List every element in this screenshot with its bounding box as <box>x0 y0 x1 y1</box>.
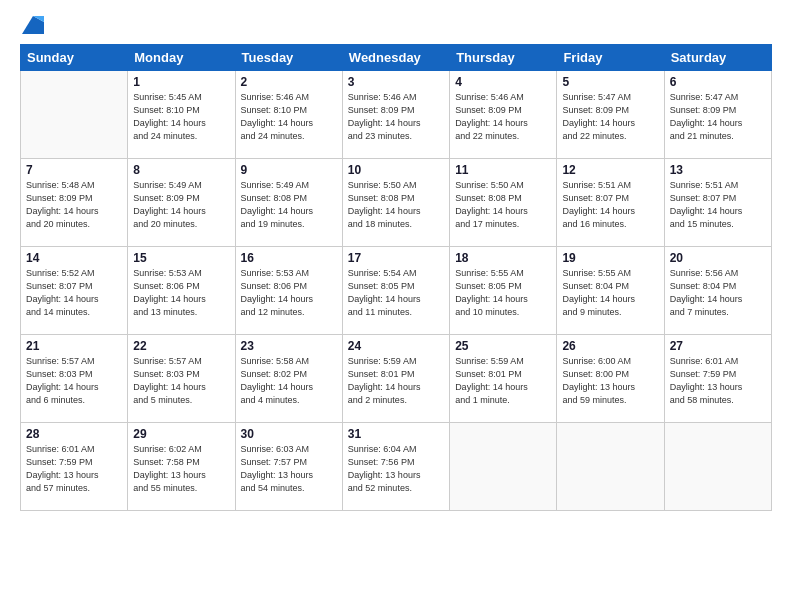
day-number: 26 <box>562 339 658 353</box>
calendar-cell: 3Sunrise: 5:46 AM Sunset: 8:09 PM Daylig… <box>342 71 449 159</box>
day-info: Sunrise: 5:51 AM Sunset: 8:07 PM Dayligh… <box>670 179 766 231</box>
day-info: Sunrise: 5:56 AM Sunset: 8:04 PM Dayligh… <box>670 267 766 319</box>
day-number: 23 <box>241 339 337 353</box>
calendar-cell: 31Sunrise: 6:04 AM Sunset: 7:56 PM Dayli… <box>342 423 449 511</box>
day-number: 4 <box>455 75 551 89</box>
calendar-cell: 5Sunrise: 5:47 AM Sunset: 8:09 PM Daylig… <box>557 71 664 159</box>
day-number: 12 <box>562 163 658 177</box>
calendar-cell: 30Sunrise: 6:03 AM Sunset: 7:57 PM Dayli… <box>235 423 342 511</box>
day-number: 17 <box>348 251 444 265</box>
calendar-cell: 13Sunrise: 5:51 AM Sunset: 8:07 PM Dayli… <box>664 159 771 247</box>
day-info: Sunrise: 6:01 AM Sunset: 7:59 PM Dayligh… <box>670 355 766 407</box>
day-info: Sunrise: 5:53 AM Sunset: 8:06 PM Dayligh… <box>133 267 229 319</box>
day-number: 14 <box>26 251 122 265</box>
day-info: Sunrise: 5:58 AM Sunset: 8:02 PM Dayligh… <box>241 355 337 407</box>
day-header-saturday: Saturday <box>664 45 771 71</box>
calendar-cell: 11Sunrise: 5:50 AM Sunset: 8:08 PM Dayli… <box>450 159 557 247</box>
day-info: Sunrise: 5:54 AM Sunset: 8:05 PM Dayligh… <box>348 267 444 319</box>
day-number: 13 <box>670 163 766 177</box>
calendar-page: SundayMondayTuesdayWednesdayThursdayFrid… <box>0 0 792 612</box>
calendar-week-2: 7Sunrise: 5:48 AM Sunset: 8:09 PM Daylig… <box>21 159 772 247</box>
calendar-week-3: 14Sunrise: 5:52 AM Sunset: 8:07 PM Dayli… <box>21 247 772 335</box>
calendar-cell: 24Sunrise: 5:59 AM Sunset: 8:01 PM Dayli… <box>342 335 449 423</box>
day-info: Sunrise: 6:04 AM Sunset: 7:56 PM Dayligh… <box>348 443 444 495</box>
calendar-cell: 20Sunrise: 5:56 AM Sunset: 8:04 PM Dayli… <box>664 247 771 335</box>
calendar-cell: 9Sunrise: 5:49 AM Sunset: 8:08 PM Daylig… <box>235 159 342 247</box>
day-info: Sunrise: 5:49 AM Sunset: 8:09 PM Dayligh… <box>133 179 229 231</box>
calendar-cell: 22Sunrise: 5:57 AM Sunset: 8:03 PM Dayli… <box>128 335 235 423</box>
day-number: 27 <box>670 339 766 353</box>
day-info: Sunrise: 5:59 AM Sunset: 8:01 PM Dayligh… <box>348 355 444 407</box>
calendar-week-5: 28Sunrise: 6:01 AM Sunset: 7:59 PM Dayli… <box>21 423 772 511</box>
calendar-cell: 21Sunrise: 5:57 AM Sunset: 8:03 PM Dayli… <box>21 335 128 423</box>
day-info: Sunrise: 5:51 AM Sunset: 8:07 PM Dayligh… <box>562 179 658 231</box>
day-number: 9 <box>241 163 337 177</box>
day-info: Sunrise: 5:48 AM Sunset: 8:09 PM Dayligh… <box>26 179 122 231</box>
calendar-cell: 26Sunrise: 6:00 AM Sunset: 8:00 PM Dayli… <box>557 335 664 423</box>
calendar-cell: 16Sunrise: 5:53 AM Sunset: 8:06 PM Dayli… <box>235 247 342 335</box>
day-number: 7 <box>26 163 122 177</box>
calendar-table: SundayMondayTuesdayWednesdayThursdayFrid… <box>20 44 772 511</box>
day-header-thursday: Thursday <box>450 45 557 71</box>
day-number: 11 <box>455 163 551 177</box>
day-header-sunday: Sunday <box>21 45 128 71</box>
day-number: 18 <box>455 251 551 265</box>
day-info: Sunrise: 5:46 AM Sunset: 8:10 PM Dayligh… <box>241 91 337 143</box>
calendar-week-1: 1Sunrise: 5:45 AM Sunset: 8:10 PM Daylig… <box>21 71 772 159</box>
day-header-monday: Monday <box>128 45 235 71</box>
day-number: 25 <box>455 339 551 353</box>
calendar-cell: 25Sunrise: 5:59 AM Sunset: 8:01 PM Dayli… <box>450 335 557 423</box>
day-number: 21 <box>26 339 122 353</box>
calendar-cell: 15Sunrise: 5:53 AM Sunset: 8:06 PM Dayli… <box>128 247 235 335</box>
calendar-cell: 6Sunrise: 5:47 AM Sunset: 8:09 PM Daylig… <box>664 71 771 159</box>
day-info: Sunrise: 5:53 AM Sunset: 8:06 PM Dayligh… <box>241 267 337 319</box>
day-header-tuesday: Tuesday <box>235 45 342 71</box>
calendar-cell: 12Sunrise: 5:51 AM Sunset: 8:07 PM Dayli… <box>557 159 664 247</box>
day-number: 8 <box>133 163 229 177</box>
day-info: Sunrise: 5:47 AM Sunset: 8:09 PM Dayligh… <box>562 91 658 143</box>
day-info: Sunrise: 5:57 AM Sunset: 8:03 PM Dayligh… <box>26 355 122 407</box>
day-number: 6 <box>670 75 766 89</box>
calendar-cell: 14Sunrise: 5:52 AM Sunset: 8:07 PM Dayli… <box>21 247 128 335</box>
header <box>20 18 772 36</box>
calendar-cell <box>21 71 128 159</box>
day-info: Sunrise: 5:52 AM Sunset: 8:07 PM Dayligh… <box>26 267 122 319</box>
logo <box>20 18 44 36</box>
day-number: 3 <box>348 75 444 89</box>
day-header-wednesday: Wednesday <box>342 45 449 71</box>
day-info: Sunrise: 5:47 AM Sunset: 8:09 PM Dayligh… <box>670 91 766 143</box>
day-info: Sunrise: 5:59 AM Sunset: 8:01 PM Dayligh… <box>455 355 551 407</box>
calendar-cell: 27Sunrise: 6:01 AM Sunset: 7:59 PM Dayli… <box>664 335 771 423</box>
day-number: 16 <box>241 251 337 265</box>
calendar-cell: 1Sunrise: 5:45 AM Sunset: 8:10 PM Daylig… <box>128 71 235 159</box>
day-info: Sunrise: 6:03 AM Sunset: 7:57 PM Dayligh… <box>241 443 337 495</box>
calendar-cell: 23Sunrise: 5:58 AM Sunset: 8:02 PM Dayli… <box>235 335 342 423</box>
calendar-cell: 7Sunrise: 5:48 AM Sunset: 8:09 PM Daylig… <box>21 159 128 247</box>
calendar-week-4: 21Sunrise: 5:57 AM Sunset: 8:03 PM Dayli… <box>21 335 772 423</box>
calendar-cell: 8Sunrise: 5:49 AM Sunset: 8:09 PM Daylig… <box>128 159 235 247</box>
day-info: Sunrise: 5:46 AM Sunset: 8:09 PM Dayligh… <box>455 91 551 143</box>
day-info: Sunrise: 5:57 AM Sunset: 8:03 PM Dayligh… <box>133 355 229 407</box>
day-info: Sunrise: 5:45 AM Sunset: 8:10 PM Dayligh… <box>133 91 229 143</box>
day-number: 15 <box>133 251 229 265</box>
calendar-cell: 29Sunrise: 6:02 AM Sunset: 7:58 PM Dayli… <box>128 423 235 511</box>
day-number: 22 <box>133 339 229 353</box>
day-number: 20 <box>670 251 766 265</box>
day-info: Sunrise: 6:01 AM Sunset: 7:59 PM Dayligh… <box>26 443 122 495</box>
calendar-cell: 28Sunrise: 6:01 AM Sunset: 7:59 PM Dayli… <box>21 423 128 511</box>
day-info: Sunrise: 5:50 AM Sunset: 8:08 PM Dayligh… <box>455 179 551 231</box>
calendar-cell <box>664 423 771 511</box>
day-number: 31 <box>348 427 444 441</box>
calendar-cell: 4Sunrise: 5:46 AM Sunset: 8:09 PM Daylig… <box>450 71 557 159</box>
day-number: 28 <box>26 427 122 441</box>
day-info: Sunrise: 5:49 AM Sunset: 8:08 PM Dayligh… <box>241 179 337 231</box>
day-info: Sunrise: 5:55 AM Sunset: 8:04 PM Dayligh… <box>562 267 658 319</box>
day-info: Sunrise: 6:02 AM Sunset: 7:58 PM Dayligh… <box>133 443 229 495</box>
calendar-cell: 18Sunrise: 5:55 AM Sunset: 8:05 PM Dayli… <box>450 247 557 335</box>
day-info: Sunrise: 5:46 AM Sunset: 8:09 PM Dayligh… <box>348 91 444 143</box>
calendar-cell: 2Sunrise: 5:46 AM Sunset: 8:10 PM Daylig… <box>235 71 342 159</box>
day-number: 2 <box>241 75 337 89</box>
day-number: 10 <box>348 163 444 177</box>
day-number: 30 <box>241 427 337 441</box>
day-info: Sunrise: 6:00 AM Sunset: 8:00 PM Dayligh… <box>562 355 658 407</box>
